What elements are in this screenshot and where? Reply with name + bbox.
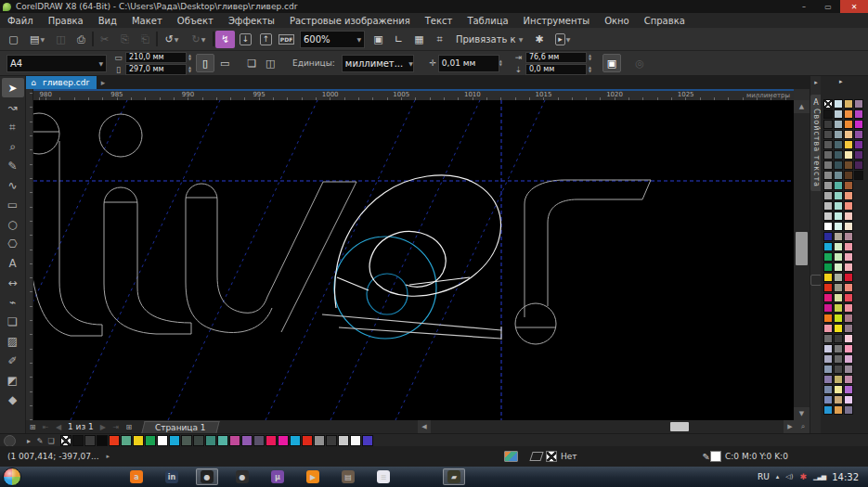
color-swatch[interactable] — [823, 334, 833, 343]
interactive-fill-tool[interactable]: ◩ — [2, 370, 24, 390]
color-swatch[interactable] — [834, 395, 843, 404]
color-swatch[interactable] — [823, 201, 833, 211]
drawing-canvas[interactable] — [33, 100, 794, 420]
color-swatch[interactable] — [823, 263, 833, 272]
color-swatch[interactable] — [854, 109, 863, 119]
color-swatch[interactable] — [844, 334, 853, 343]
color-swatch[interactable] — [823, 160, 833, 170]
color-swatch[interactable] — [109, 435, 120, 446]
color-swatch[interactable] — [181, 435, 192, 446]
color-swatch[interactable] — [844, 222, 853, 231]
ellipse-tool[interactable]: ○ — [2, 214, 24, 234]
color-swatch[interactable] — [362, 435, 373, 446]
antivirus-tray-icon[interactable]: ✱ — [799, 472, 807, 481]
color-swatch[interactable] — [72, 435, 84, 446]
color-swatch[interactable] — [229, 435, 240, 446]
color-swatch[interactable] — [350, 435, 361, 446]
separator[interactable]: ▼ — [92, 32, 94, 46]
language-indicator[interactable]: RU — [758, 472, 770, 481]
color-swatch[interactable] — [60, 435, 71, 446]
color-swatch[interactable] — [844, 365, 853, 374]
color-swatch[interactable] — [854, 130, 863, 139]
menu-item[interactable]: Растровые изображения — [282, 16, 418, 26]
color-swatch[interactable] — [854, 140, 863, 149]
add-page-button[interactable]: ⊞ — [26, 423, 39, 431]
menu-item[interactable]: Макет — [124, 16, 170, 26]
polygon-tool[interactable]: ⎔ — [2, 234, 24, 253]
color-swatch[interactable] — [854, 171, 863, 180]
color-swatch[interactable] — [823, 181, 833, 190]
color-swatch[interactable] — [834, 303, 843, 313]
duplicate-y-field[interactable]: 0,0 мм — [525, 64, 587, 75]
color-swatch[interactable] — [834, 324, 843, 333]
spinner[interactable]: ▲▼ — [589, 66, 591, 73]
redo-button[interactable]: ↻▼ — [186, 31, 212, 48]
separator[interactable]: ▼ — [213, 32, 214, 46]
color-swatch[interactable] — [193, 435, 204, 446]
menu-item[interactable]: Объект — [170, 16, 221, 26]
spinner[interactable]: ▲▼ — [589, 54, 591, 61]
freehand-tool[interactable]: ✎ — [2, 156, 24, 175]
export-button[interactable]: ↑▼ — [256, 31, 276, 48]
palette-scroll-icon[interactable]: ▸ — [839, 78, 843, 85]
next-page-button[interactable]: ▶ — [97, 423, 110, 431]
taskbar-media-player-icon[interactable]: ▤ — [337, 468, 359, 485]
horizontal-ruler[interactable]: 980985990995100010051010101510201025 мил… — [33, 89, 794, 100]
color-swatch[interactable] — [823, 140, 833, 149]
color-swatch[interactable] — [844, 303, 853, 313]
taskbar-notepad-icon[interactable]: ≡ — [372, 468, 395, 485]
color-swatch[interactable] — [834, 222, 843, 231]
color-swatch[interactable] — [844, 181, 853, 190]
color-swatch[interactable] — [844, 324, 853, 333]
color-swatch[interactable] — [844, 263, 853, 272]
tray-expand-icon[interactable]: ▴ — [776, 473, 780, 481]
color-swatch[interactable] — [205, 435, 216, 446]
crop-tool[interactable]: ⌗ — [2, 117, 24, 136]
color-swatch[interactable] — [338, 435, 349, 446]
color-swatch[interactable] — [823, 344, 833, 353]
speaker-icon[interactable]: ◁) — [785, 473, 793, 481]
color-swatch[interactable] — [854, 160, 863, 170]
eyedropper-icon[interactable]: ✎ — [34, 437, 45, 445]
search-content-button[interactable]: ↯▼ — [215, 31, 235, 48]
color-swatch[interactable] — [844, 109, 853, 119]
expand-icon[interactable]: ▸ — [107, 453, 110, 460]
separator[interactable]: ▼ — [156, 32, 158, 46]
page-size-combo[interactable]: A4 ▼ — [6, 55, 107, 72]
color-swatch[interactable] — [844, 242, 853, 251]
color-swatch[interactable] — [823, 150, 833, 160]
taskbar-potplayer-icon[interactable]: ▶ — [302, 468, 324, 485]
color-swatch[interactable] — [844, 273, 853, 282]
color-swatch[interactable] — [169, 435, 180, 446]
color-swatch[interactable] — [834, 242, 843, 251]
menu-item[interactable]: Вид — [91, 16, 124, 26]
color-swatch[interactable] — [217, 435, 228, 446]
color-swatch[interactable] — [290, 435, 301, 446]
color-swatch[interactable] — [278, 435, 289, 446]
color-swatch[interactable] — [854, 99, 863, 109]
color-swatch[interactable] — [834, 273, 843, 282]
scroll-up-icon[interactable]: ▲ — [794, 100, 810, 113]
treat-as-filled-button[interactable]: ▣ — [602, 54, 621, 72]
color-swatch[interactable] — [823, 405, 833, 415]
previous-page-button[interactable]: ◀ — [52, 423, 65, 431]
color-swatch[interactable] — [823, 293, 833, 302]
color-swatch[interactable] — [834, 160, 843, 170]
color-swatch[interactable] — [834, 201, 843, 211]
network-signal-icon[interactable]: ▁▃▅ — [813, 473, 825, 481]
close-button[interactable]: ✕ — [840, 0, 868, 13]
taskbar-utorrent-icon[interactable]: µ — [266, 468, 289, 485]
color-swatch[interactable] — [84, 435, 96, 446]
color-swatch[interactable] — [823, 252, 833, 262]
color-swatch[interactable] — [302, 435, 313, 446]
color-swatch[interactable] — [823, 273, 833, 282]
color-swatch[interactable] — [823, 354, 833, 364]
spinner[interactable]: ▲▼ — [499, 59, 502, 67]
spinner[interactable]: ▲▼ — [188, 54, 191, 61]
menu-item[interactable]: Файл — [0, 16, 41, 26]
taskbar-explorer-icon[interactable]: ▰ — [443, 468, 465, 485]
shape-tool[interactable]: ↝ — [2, 97, 24, 117]
options-button[interactable]: ✱ — [529, 31, 549, 48]
color-swatch[interactable] — [823, 191, 833, 200]
undo-button[interactable]: ↺▼ — [159, 31, 185, 48]
